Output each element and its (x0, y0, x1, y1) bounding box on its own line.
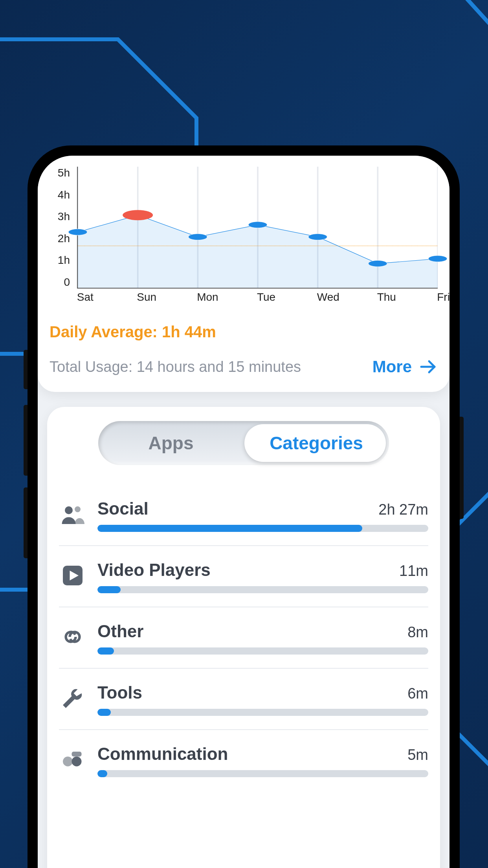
phone-side-button (24, 405, 28, 476)
link-icon (59, 623, 86, 651)
svg-point-13 (369, 260, 387, 267)
more-button-label: More (372, 357, 412, 376)
more-button[interactable]: More (372, 357, 438, 376)
total-usage-label: Total Usage: 14 hours and 15 minutes (50, 359, 301, 375)
chart-y-tick: 4h (50, 189, 70, 201)
arrow-right-icon (419, 357, 438, 376)
phone-frame: 5h4h3h2h1h0 SatSunMonTueWedThuFri Daily … (28, 145, 460, 868)
category-progress (97, 770, 428, 777)
category-name: Social (97, 499, 149, 519)
segmented-option-categories[interactable]: Categories (244, 432, 389, 454)
svg-point-11 (248, 222, 267, 228)
people-icon (59, 500, 86, 528)
daily-average-label: Daily Average: 1h 44m (50, 323, 438, 341)
category-time: 11m (399, 563, 428, 579)
chart-x-tick: Tue (257, 291, 257, 303)
chart-x-tick: Sat (77, 291, 77, 303)
category-progress (97, 647, 428, 655)
chart-x-axis-labels: SatSunMonTueWedThuFri (77, 291, 438, 303)
svg-point-14 (428, 256, 447, 262)
phone-screen: 5h4h3h2h1h0 SatSunMonTueWedThuFri Daily … (38, 156, 449, 868)
categories-card: Apps Categories Social 2h 27m (47, 407, 440, 868)
segmented-control[interactable]: Apps Categories (98, 421, 389, 465)
chart-y-axis-labels: 5h4h3h2h1h0 (50, 167, 73, 289)
phone-side-button (24, 487, 28, 558)
svg-point-9 (123, 210, 153, 220)
phone-side-button (460, 417, 464, 519)
category-name: Communication (97, 744, 228, 764)
usage-line-chart[interactable] (77, 167, 438, 289)
chart-y-tick: 2h (50, 232, 70, 245)
wrench-icon (59, 684, 86, 712)
chart-x-tick: Thu (377, 291, 378, 303)
usage-chart-card: 5h4h3h2h1h0 SatSunMonTueWedThuFri Daily … (38, 156, 449, 392)
chart-x-tick: Fri (437, 291, 437, 303)
svg-point-12 (308, 234, 327, 240)
category-name: Other (97, 622, 143, 641)
category-list: Social 2h 27m Video Players 11m (59, 485, 428, 791)
category-name: Video Players (97, 560, 211, 580)
category-row[interactable]: Tools 6m (59, 669, 428, 730)
category-row[interactable]: Video Players 11m (59, 546, 428, 607)
chat-icon (59, 746, 86, 773)
category-time: 6m (407, 685, 428, 702)
category-progress (97, 709, 428, 716)
category-row[interactable]: Communication 5m (59, 730, 428, 791)
chart-x-tick: Mon (197, 291, 197, 303)
category-time: 8m (407, 624, 428, 641)
category-name: Tools (97, 683, 142, 702)
svg-point-10 (189, 234, 207, 240)
chart-x-tick: Sun (137, 291, 137, 303)
svg-point-8 (68, 229, 87, 235)
category-progress (97, 525, 428, 532)
chart-y-tick: 1h (50, 254, 70, 267)
chart-y-tick: 3h (50, 210, 70, 223)
chart-y-tick: 0 (50, 276, 70, 289)
chart-y-tick: 5h (50, 167, 70, 179)
play-icon (59, 562, 86, 589)
category-time: 5m (407, 747, 428, 763)
category-row[interactable]: Other 8m (59, 607, 428, 669)
category-time: 2h 27m (378, 501, 428, 518)
chart-x-tick: Wed (317, 291, 317, 303)
segmented-option-apps[interactable]: Apps (98, 432, 244, 454)
phone-side-button (24, 350, 28, 389)
category-progress (97, 586, 428, 593)
category-row[interactable]: Social 2h 27m (59, 485, 428, 546)
